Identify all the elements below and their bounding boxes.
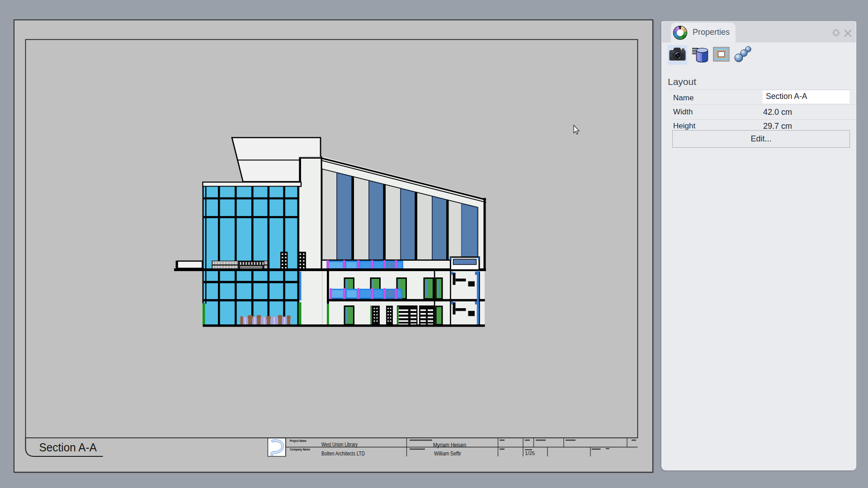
svg-text:West Union Library: West Union Library — [321, 441, 358, 448]
svg-text:Bolten Architects LTD: Bolten Architects LTD — [321, 450, 365, 457]
svg-text:Company Name: Company Name — [290, 448, 310, 451]
svg-text:William Seffir: William Seffir — [434, 450, 461, 457]
svg-text:Project Name: Project Name — [290, 439, 307, 443]
svg-text:1/25: 1/25 — [525, 450, 535, 456]
svg-text:Myriam Heisen: Myriam Heisen — [433, 442, 466, 448]
svg-text:Section A-A: Section A-A — [39, 441, 97, 454]
